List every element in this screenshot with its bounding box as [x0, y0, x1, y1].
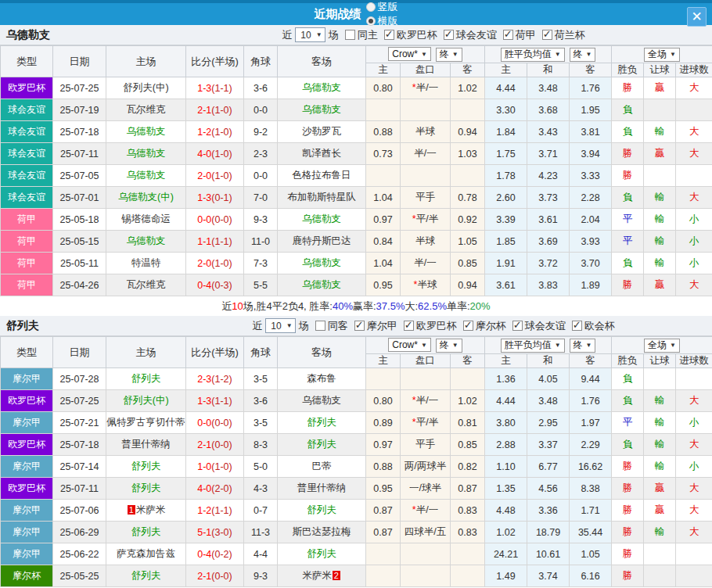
score-cell: 1-2(1-1): [186, 500, 244, 522]
col-header-4: 角球: [244, 46, 278, 77]
home-team-name: 乌德勒支(中): [118, 192, 174, 203]
fulltime-score: 1-3: [197, 396, 211, 407]
close-button[interactable]: ✕: [687, 7, 707, 27]
checkbox-unchecked[interactable]: [315, 321, 325, 331]
view-option-selected[interactable]: 横版: [366, 14, 398, 28]
fulltime-score: 0-0: [197, 418, 211, 428]
avg-odds-cell: 3.71: [527, 143, 570, 165]
checkbox-checked[interactable]: [512, 321, 523, 331]
crow-odds-cell: 0.83: [451, 500, 485, 522]
radio-icon[interactable]: [366, 16, 376, 26]
filter-suffix: 场: [299, 319, 309, 333]
date-cell: 25-07-25: [53, 77, 106, 99]
summary-segment: 40%: [333, 300, 353, 312]
filter-controls: 近10▼场同主欧罗巴杯球会友谊荷甲荷兰杯: [155, 27, 712, 42]
avg-odds-cell: 6.77: [527, 456, 570, 478]
crow-odds-cell: [451, 565, 485, 587]
halftime-score: (1-2): [211, 374, 232, 385]
handicap-cell: [401, 565, 451, 587]
fulltime-score: 2-0: [197, 170, 211, 181]
corner-cell: 4-3: [244, 478, 278, 500]
home-team: 普里什蒂纳: [106, 434, 186, 456]
avg-odds-cell: 3.43: [527, 121, 570, 143]
filter-label: 荷兰杯: [555, 29, 585, 41]
goals-result-cell: 大: [676, 77, 712, 99]
checkbox-checked[interactable]: [572, 321, 582, 331]
fulltime-dropdown[interactable]: 全场▼: [644, 339, 680, 353]
home-team: 乌德勒支: [106, 165, 186, 187]
halftime-score: (1-0): [211, 105, 232, 116]
checkbox-checked[interactable]: [542, 30, 552, 40]
chevron-down-icon: ▼: [452, 51, 458, 58]
final-dropdown[interactable]: 终▼: [570, 339, 596, 353]
crow-odds-cell: 0.83: [451, 522, 485, 543]
crow-odds-cell: 0.81: [451, 412, 485, 434]
section-bar: 舒列夫近10▼场同客摩尔甲欧罗巴杯摩尔杯球会友谊欧会杯: [0, 316, 712, 336]
final-dropdown[interactable]: 终▼: [436, 48, 462, 62]
checkbox-unchecked[interactable]: [345, 30, 355, 40]
table-row: 球会友谊25-07-11乌德勒支4-0(1-0)2-3凯泽酋长0.73半/一1.…: [1, 143, 712, 165]
fulltime-score: 0-0: [197, 214, 211, 225]
avg-odds-cell: 1.71: [570, 500, 612, 522]
handicap-text: 半/一: [416, 504, 438, 515]
titlebar: 近期战绩 竖版横版 ✕: [0, 0, 712, 25]
handicap-result-cell: [644, 565, 676, 587]
home-team: 瓦尔维克: [106, 99, 186, 121]
final-dropdown[interactable]: 终▼: [570, 48, 596, 62]
handicap-cell: 半球: [401, 231, 451, 253]
checkbox-checked[interactable]: [384, 30, 394, 40]
filter-suffix: 场: [329, 28, 339, 42]
score-cell: 2-3(1-2): [186, 368, 244, 390]
avg-dropdown[interactable]: 胜平负均值▼: [501, 48, 565, 62]
corner-cell: 11-3: [244, 522, 278, 543]
away-team: 米萨米2: [278, 565, 366, 587]
corner-cell: 0-7: [244, 500, 278, 522]
table-row: 荷甲25-05-11特温特2-0(1-0)7-3乌德勒支1.04半/一0.851…: [1, 253, 712, 274]
radio-icon[interactable]: [366, 2, 376, 12]
goals-result-cell: 大: [676, 522, 712, 543]
col-header-0: 类型: [1, 337, 53, 368]
crow-odds-cell: 0.97: [366, 434, 401, 456]
checkbox-checked[interactable]: [404, 321, 414, 331]
match-count-select[interactable]: 10▼: [295, 27, 325, 42]
summary-segment: 62.5%: [418, 300, 447, 312]
avg-odds-cell: 3.80: [485, 412, 527, 434]
crow-odds-cell: 0.73: [366, 143, 401, 165]
result-cell: 負: [612, 390, 644, 412]
goals-result-cell: 大: [676, 434, 712, 456]
home-team-name: 特温特: [131, 257, 161, 268]
stats-summary: 近10场,胜4平2负4, 胜率:40% 赢率:37.5% 大:62.5% 单率:…: [0, 296, 712, 316]
halftime-score: (0-0): [211, 214, 232, 225]
match-count-select[interactable]: 10▼: [265, 318, 295, 333]
header-row-groups: 类型日期主场比分(半场)角球客场Crow*▼终▼胜平负均值▼终▼全场▼: [1, 337, 712, 354]
date-cell: 25-07-25: [53, 390, 106, 412]
away-team-name: 舒列夫: [307, 504, 336, 515]
away-team: 巴蒂: [278, 456, 366, 478]
avg-odds-cell: 3.73: [527, 187, 570, 209]
date-cell: 25-05-15: [53, 231, 106, 253]
avg-dropdown[interactable]: 胜平负均值▼: [501, 339, 565, 353]
crow-dropdown[interactable]: Crow*▼: [388, 338, 431, 352]
avg-odds-cell: 4.44: [485, 77, 527, 99]
summary-segment: 赢率:: [353, 299, 376, 314]
date-cell: 25-06-29: [53, 522, 106, 543]
fulltime-score: 2-1: [197, 439, 211, 450]
view-option-unselected[interactable]: 竖版: [366, 0, 398, 14]
checkbox-checked[interactable]: [444, 30, 454, 40]
checkbox-checked[interactable]: [463, 321, 473, 331]
final-dropdown[interactable]: 终▼: [436, 339, 462, 353]
handicap-result-cell: 輸: [644, 253, 676, 274]
halftime-score: (0-0): [211, 571, 232, 582]
crow-odds-cell: [451, 165, 485, 187]
checkbox-checked[interactable]: [354, 321, 365, 331]
checkbox-checked[interactable]: [503, 30, 513, 40]
fulltime-dropdown[interactable]: 全场▼: [644, 48, 680, 62]
goals-result-cell: 大: [676, 274, 712, 296]
avg-odds-cell: 2.29: [570, 434, 612, 456]
home-team-name: 舒列夫(中): [123, 82, 168, 93]
filter-label: 摩尔甲: [367, 320, 397, 332]
crow-dropdown[interactable]: Crow*▼: [388, 47, 431, 61]
away-team: 乌德勒支: [278, 274, 366, 296]
league-badge: 球会友谊: [1, 121, 53, 143]
score-cell: 2-1(0-0): [186, 565, 244, 587]
